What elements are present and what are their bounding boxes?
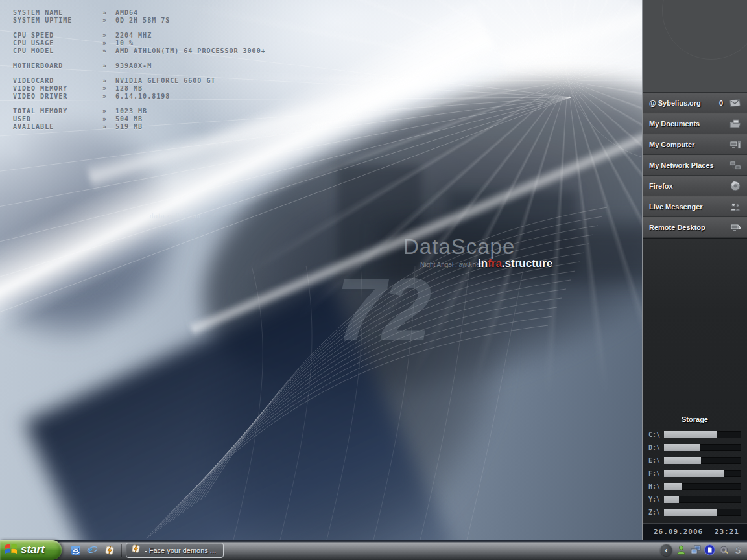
wallpaper-dark-rect: [383, 224, 661, 282]
drive-usage-fill: [664, 431, 717, 438]
sysinfo-separator: »: [102, 47, 115, 55]
drive-usage-bar: [664, 431, 741, 438]
drive-label: F:\: [648, 470, 664, 477]
sidebar-item-my-computer[interactable]: My Computer: [643, 134, 747, 155]
sysinfo-separator: »: [102, 17, 115, 25]
sysinfo-separator: »: [102, 115, 115, 123]
start-button[interactable]: start: [0, 540, 62, 560]
sidebar-item-sybelius[interactable]: @ Sybelius.org 0: [643, 93, 747, 113]
sysinfo-value: 6.14.10.8198: [115, 93, 170, 100]
sidebar-item-live-messenger[interactable]: Live Messenger: [643, 196, 747, 217]
wallpaper-dark-rect: [337, 165, 421, 282]
sysinfo-row: VIDEO MEMORY»128 MB: [13, 85, 266, 93]
drive-label: C:\: [648, 431, 664, 438]
wallpaper-watermark: 72: [336, 258, 428, 361]
storage-drive-row: H:\: [648, 480, 741, 493]
system-tray: ‹ S: [660, 544, 747, 556]
sysinfo-label: TOTAL MEMORY: [13, 108, 102, 115]
sysinfo-label: VIDEOCARD: [13, 77, 102, 85]
round-app-icon[interactable]: [718, 544, 729, 555]
computer-icon: [729, 139, 742, 150]
sysinfo-group: TOTAL MEMORY»1023 MBUSED»504 MBAVAILABLE…: [13, 108, 266, 131]
document-app-icon[interactable]: [704, 544, 715, 555]
sidebar-item-firefox[interactable]: Firefox: [643, 176, 747, 196]
internet-explorer-icon[interactable]: e: [87, 544, 98, 555]
drive-label: D:\: [648, 444, 664, 451]
taskbar-separator: [121, 544, 121, 557]
sidebar-item-remote-desktop[interactable]: Remote Desktop: [643, 217, 747, 238]
sysinfo-row: CPU USAGE»10 %: [13, 40, 266, 47]
sysinfo-row: VIDEO DRIVER»6.14.10.8198: [13, 93, 266, 100]
storage-title: Storage: [648, 415, 741, 423]
sysinfo-separator: »: [102, 77, 115, 85]
sysinfo-separator: »: [102, 40, 115, 47]
drive-usage-fill: [664, 509, 717, 516]
drive-usage-bar: [664, 483, 741, 490]
sysinfo-label: USED: [13, 115, 102, 123]
brand-part1: in: [478, 257, 488, 270]
winamp-icon[interactable]: [104, 544, 115, 555]
tray-collapse-icon[interactable]: ‹: [660, 544, 672, 556]
remote-desktop-icon: [729, 222, 742, 233]
sysinfo-label: AVAILABLE: [13, 123, 102, 131]
taskbar-task-winamp[interactable]: - Face your demons ...: [126, 542, 224, 558]
samurize-icon[interactable]: S: [733, 544, 744, 555]
sysinfo-row: VIDEOCARD»NVIDIA GEFORCE 6600 GT: [13, 77, 266, 85]
sysinfo-value: 0D 2H 58M 7S: [115, 17, 170, 25]
brand-part3: .structure: [502, 257, 552, 270]
sysinfo-value: 504 MB: [115, 115, 143, 123]
mail-count-badge: 0: [719, 99, 723, 107]
sysinfo-separator: »: [102, 85, 115, 93]
sidebar-item-label: Remote Desktop: [649, 224, 729, 231]
sysinfo-group: CPU SPEED»2204 MHZCPU USAGE»10 %CPU MODE…: [13, 32, 266, 55]
wallpaper-dark-drop: [152, 174, 548, 540]
messenger-status-icon[interactable]: [676, 544, 687, 555]
sysinfo-group: MOTHERBOARD»939A8X-M: [13, 62, 266, 70]
sysinfo-separator: »: [102, 62, 115, 70]
sidebar-item-my-documents[interactable]: My Documents: [643, 113, 747, 134]
drive-usage-fill: [664, 470, 724, 477]
sysinfo-widget: SYSTEM NAME»AMD64SYSTEM UPTIME»0D 2H 58M…: [13, 9, 266, 138]
sysinfo-value: 1023 MB: [115, 108, 147, 115]
sysinfo-separator: »: [102, 32, 115, 40]
task-label: - Face your demons ...: [145, 546, 216, 554]
sysinfo-value: 939A8X-M: [115, 62, 152, 70]
drive-usage-fill: [664, 496, 679, 503]
drive-label: E:\: [648, 457, 664, 464]
network-places-icon: [729, 159, 742, 171]
svg-text:e: e: [88, 545, 92, 555]
sysinfo-label: MOTHERBOARD: [13, 62, 102, 70]
documents-icon: [729, 118, 742, 130]
wallpaper-dark-rect: [447, 191, 577, 275]
sidebar-item-label: Live Messenger: [649, 203, 729, 211]
storage-drive-row: E:\: [648, 454, 741, 467]
network-status-icon[interactable]: [690, 544, 701, 555]
storage-drive-row: Z:\: [648, 506, 741, 519]
sysinfo-separator: »: [102, 123, 115, 131]
sysinfo-row: SYSTEM NAME»AMD64: [13, 9, 266, 17]
desktop-wallpaper: 72 data.collection DataScape Night Angel…: [0, 0, 747, 540]
sysinfo-label: SYSTEM NAME: [13, 9, 102, 17]
sysinfo-value: 128 MB: [115, 85, 143, 93]
wallpaper-title: DataScape: [403, 235, 515, 259]
winamp-icon: [131, 544, 141, 556]
svg-text:S: S: [735, 545, 741, 555]
quick-launch-bar: e: [70, 544, 115, 555]
sidebar-item-label: @ Sybelius.org: [649, 99, 719, 107]
date-display: 26.09.2006: [654, 528, 703, 536]
sidebar-item-my-network-places[interactable]: My Network Places: [643, 155, 747, 176]
time-display: 23:21: [715, 528, 739, 536]
storage-drive-row: D:\: [648, 441, 741, 454]
sysinfo-value: AMD ATHLON(TM) 64 PROCESSOR 3000+: [115, 47, 266, 55]
outlook-express-icon[interactable]: [70, 544, 81, 555]
drive-usage-fill: [664, 457, 701, 464]
drive-label: Y:\: [648, 496, 664, 503]
sysinfo-label: VIDEO DRIVER: [13, 93, 102, 100]
drive-usage-bar: [664, 496, 741, 503]
storage-drive-row: C:\: [648, 428, 741, 441]
sysinfo-separator: »: [102, 108, 115, 115]
sysinfo-value: 2204 MHZ: [115, 32, 152, 40]
desktop-screen: 72 data.collection DataScape Night Angel…: [0, 0, 747, 560]
wallpaper-navy-bottom: [24, 280, 456, 540]
start-label: start: [21, 543, 45, 557]
